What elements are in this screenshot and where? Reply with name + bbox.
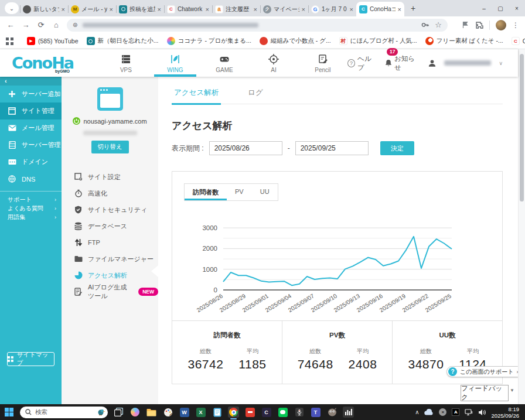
close-icon[interactable]: × bbox=[254, 6, 257, 13]
nav-wing[interactable]: WING bbox=[151, 49, 200, 77]
bookmark-item[interactable]: 新（朝日を忘れた小... bbox=[83, 37, 163, 45]
forward-button[interactable]: → bbox=[19, 18, 33, 32]
browser-tab[interactable]: 新しいタブ × bbox=[20, 2, 68, 16]
scroll-down-icon[interactable]: ▼ bbox=[510, 388, 514, 393]
reload-button[interactable]: ⟳ bbox=[34, 18, 48, 32]
password-key-icon[interactable] bbox=[421, 21, 429, 29]
gimp-icon[interactable] bbox=[326, 407, 338, 418]
chrome-taskbar-icon[interactable] bbox=[228, 407, 239, 418]
menu-ftp[interactable]: FTP bbox=[62, 234, 158, 251]
page-scrollbar[interactable] bbox=[518, 49, 525, 404]
switch-site-button[interactable]: 切り替え bbox=[91, 141, 129, 153]
close-icon[interactable]: × bbox=[158, 6, 161, 13]
sidebar-collapse-icon[interactable]: ‹ bbox=[0, 77, 62, 86]
sidebar-link-faq[interactable]: よくある質問› bbox=[0, 204, 62, 213]
chevron-down-icon[interactable]: ∨ bbox=[499, 60, 503, 66]
nav-vps[interactable]: VPS bbox=[101, 49, 151, 77]
close-icon[interactable]: × bbox=[62, 6, 65, 13]
menu-database[interactable]: データベース bbox=[62, 218, 158, 234]
bookmark-item[interactable]: 村にほんブログ村 - 人気... bbox=[335, 37, 421, 45]
menu-access-analytics[interactable]: アクセス解析 bbox=[62, 267, 158, 284]
sidebar-item-mail-management[interactable]: メール管理 bbox=[0, 119, 62, 136]
bookmark-star-icon[interactable]: ☆ bbox=[435, 21, 442, 29]
close-icon[interactable]: × bbox=[206, 6, 209, 13]
browser-tab[interactable]: G 1ヶ月 7 0 × bbox=[308, 2, 356, 16]
line-app-icon[interactable] bbox=[277, 407, 288, 418]
back-button[interactable]: ← bbox=[4, 18, 18, 32]
apply-button[interactable]: 決定 bbox=[380, 141, 414, 155]
task-view-button[interactable] bbox=[113, 407, 124, 418]
date-from-input[interactable]: 2025/08/26 bbox=[209, 141, 282, 155]
browser-tab[interactable]: ク マイページ[ × bbox=[260, 2, 308, 16]
menu-site-settings[interactable]: サイト設定 bbox=[62, 169, 158, 185]
browser-tab[interactable]: 投稿を追加 × bbox=[116, 2, 164, 16]
close-icon[interactable]: × bbox=[302, 6, 305, 13]
conoha-logo[interactable]: ConoHa byGMO bbox=[12, 54, 73, 72]
sidebar-link-support[interactable]: サポート› bbox=[0, 195, 62, 204]
sidebar-item-dns[interactable]: DNS bbox=[0, 170, 62, 187]
audio-bars-app-icon[interactable] bbox=[343, 407, 354, 418]
bookmark-item[interactable]: フリー素材 ぱくたそ -... bbox=[421, 37, 507, 45]
browser-tab[interactable]: C Chatwork × bbox=[164, 2, 212, 16]
address-bar[interactable]: ⊜ ☆ bbox=[67, 19, 448, 32]
browser-tab[interactable]: M メール - yon × bbox=[68, 2, 116, 16]
chart-tab-pv[interactable]: PV bbox=[227, 184, 252, 200]
excel-icon[interactable]: X bbox=[195, 407, 206, 418]
speaker-icon[interactable] bbox=[478, 409, 486, 416]
new-tab-button[interactable]: + bbox=[407, 2, 420, 15]
bookmark-item[interactable]: ココナラ - プロが集まる... bbox=[163, 37, 255, 45]
flag-icon[interactable] bbox=[462, 21, 469, 29]
minimize-button[interactable]: – bbox=[476, 0, 492, 16]
user-icon[interactable] bbox=[428, 59, 437, 68]
recorder-app-icon[interactable] bbox=[294, 407, 305, 418]
scrollbar-thumb[interactable] bbox=[520, 54, 524, 202]
notepad-icon[interactable] bbox=[212, 407, 223, 418]
close-icon[interactable]: × bbox=[110, 6, 113, 13]
sidebar-link-glossary[interactable]: 用語集› bbox=[0, 213, 62, 221]
onedrive-cloud-icon[interactable] bbox=[424, 409, 434, 415]
bookmark-item[interactable]: ▶(585) YouTube bbox=[23, 37, 83, 45]
maximize-button[interactable]: ▢ bbox=[492, 0, 509, 16]
file-explorer-icon[interactable] bbox=[146, 407, 157, 418]
site-info-icon[interactable]: ⊜ bbox=[73, 22, 78, 28]
sitemap-button[interactable]: サイトマップ bbox=[7, 352, 54, 366]
apps-grid-icon[interactable] bbox=[6, 37, 13, 45]
chart-tab-uu[interactable]: UU bbox=[252, 184, 278, 200]
nav-ai[interactable]: AI bbox=[249, 49, 298, 77]
feedback-button[interactable]: フィードバック bbox=[461, 385, 509, 401]
black-a-app-icon[interactable]: A bbox=[452, 408, 459, 416]
start-button[interactable] bbox=[4, 407, 15, 418]
screen-support-button[interactable]: ? この画面のサポート › bbox=[446, 366, 523, 377]
teams-icon[interactable]: T bbox=[310, 407, 321, 418]
close-window-button[interactable]: × bbox=[509, 0, 525, 16]
status-circle-icon[interactable]: × bbox=[439, 408, 446, 416]
notifications-link[interactable]: 17 お知らせ bbox=[384, 54, 420, 72]
browser-tab[interactable]: a 注文履歴 × bbox=[212, 2, 260, 16]
nav-game[interactable]: GAME bbox=[200, 49, 249, 77]
close-icon[interactable]: × bbox=[398, 6, 401, 13]
sidebar-item-add-server[interactable]: サーバー追加 bbox=[0, 86, 62, 103]
sidebar-item-domain[interactable]: ドメイン bbox=[0, 153, 62, 170]
menu-security[interactable]: サイトセキュリティ bbox=[62, 202, 158, 218]
tab-log[interactable]: ログ bbox=[246, 88, 265, 104]
nav-pencil[interactable]: Pencil bbox=[298, 49, 347, 77]
date-to-input[interactable]: 2025/09/25 bbox=[295, 141, 369, 155]
copilot-icon[interactable] bbox=[129, 407, 141, 418]
home-button[interactable]: ⌂ bbox=[49, 18, 63, 32]
menu-file-manager[interactable]: ファイルマネージャー bbox=[62, 251, 158, 267]
close-icon[interactable]: × bbox=[350, 6, 353, 13]
sidebar-item-site-management[interactable]: サイト管理 bbox=[0, 103, 62, 119]
extensions-icon[interactable] bbox=[475, 21, 483, 29]
paint-app-icon[interactable] bbox=[162, 407, 173, 418]
chart-tab-visitors[interactable]: 訪問者数 bbox=[185, 184, 227, 200]
menu-ai-blog-tool[interactable]: AIブログ生成ツール NEW bbox=[62, 284, 158, 300]
menu-speed[interactable]: 高速化 bbox=[62, 185, 158, 202]
profile-avatar[interactable] bbox=[496, 20, 506, 30]
clip-studio-icon[interactable]: C bbox=[261, 407, 272, 418]
bookmark-item[interactable]: 縦組みで小数点 - グ... bbox=[255, 37, 335, 45]
tab-access-analytics[interactable]: アクセス解析 bbox=[172, 88, 221, 105]
chrome-menu-icon[interactable]: ⋮ bbox=[512, 21, 519, 29]
tab-search-icon[interactable]: ⌄ bbox=[5, 2, 19, 14]
bookmark-item[interactable]: CChatwork - bbox=[507, 37, 525, 45]
sidebar-item-server-management[interactable]: サーバー管理 bbox=[0, 136, 62, 153]
